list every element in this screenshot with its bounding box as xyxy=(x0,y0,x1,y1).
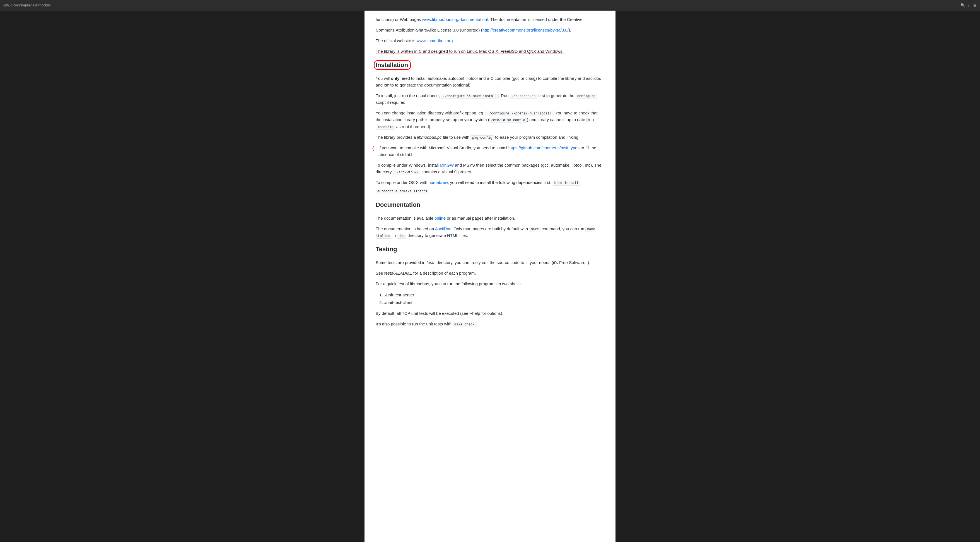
search-icon[interactable]: 🔍 xyxy=(961,3,965,8)
url-display: github.com/stephane/libmodbus xyxy=(3,3,51,7)
star-icon[interactable]: ☆ xyxy=(967,3,971,8)
asciidoc-link[interactable]: AsciiDoc xyxy=(435,226,451,231)
install-p7-code2: autoconf automake libtool . xyxy=(375,188,605,194)
test-programs-list: ./unit-test-server ./unit-test-client xyxy=(384,291,605,306)
content-area: functions) or Web pages www.libmodbus.or… xyxy=(375,16,605,327)
testing-p3: For a quick test of libmodbus, you can r… xyxy=(375,281,605,287)
install-p5: 〈 If you want to compile with Microsoft … xyxy=(375,145,605,158)
list-item: ./unit-test-client xyxy=(384,299,605,306)
cc-license-link[interactable]: http://creativecommons.org/licenses/by-s… xyxy=(482,28,569,32)
doc-p2: The documentation is based on AsciiDoc. … xyxy=(375,225,605,239)
doc-p1: The documentation is available online or… xyxy=(375,215,605,222)
mingw-link[interactable]: MinGW xyxy=(440,163,454,167)
install-p3: You can change installation directory wi… xyxy=(375,110,605,130)
extensions-icon[interactable]: ⊞ xyxy=(973,3,977,8)
testing-p5: It's also possible to run the unit tests… xyxy=(375,321,605,327)
libmodbus-pc-italic: libmodbus.pc xyxy=(417,135,441,140)
intro-p1: functions) or Web pages www.libmodbus.or… xyxy=(375,16,605,23)
documentation-heading: Documentation xyxy=(375,201,605,211)
configure-code: configure xyxy=(576,94,597,99)
testing-heading: Testing xyxy=(375,245,605,255)
install-p1: You will only need to install automake, … xyxy=(375,75,605,88)
ldso-code: /etc/ld.so.conf.d xyxy=(490,118,527,123)
official-site-link[interactable]: www.libmodbus.org xyxy=(416,38,453,43)
intro-library: The library is written in C and designed… xyxy=(375,48,605,55)
make-code: make xyxy=(529,227,541,232)
install-p2: To install, just run the usual dance, ./… xyxy=(375,92,605,106)
autogen-code: ./autogen.sh xyxy=(510,94,537,99)
intro-official: The official website is www.libmodbus.or… xyxy=(375,37,605,44)
autoconf-automake-code: autoconf automake libtool xyxy=(375,189,429,194)
tests-dir-italic: tests xyxy=(427,260,436,265)
install-p6: To compile under Windows, install MinGW … xyxy=(375,162,605,175)
browser-chrome: github.com/stephane/libmodbus 🔍 ☆ ⊞ xyxy=(0,0,980,11)
msintypes-link[interactable]: https://github.com/chemeris/msintypes xyxy=(508,145,579,150)
pkg-config-code: pkg-config xyxy=(471,136,494,140)
doc-dir-code: doc xyxy=(397,234,406,239)
intro-p2: Commons Attribution-ShareAlike License 3… xyxy=(375,27,605,33)
prefix-code: ./configure --prefix=/usr/local/ xyxy=(485,111,553,116)
make-check-code: make check xyxy=(453,322,476,327)
testing-p2: See tests/README for a description of ea… xyxy=(375,270,605,277)
ldconfig-code: ldconfig xyxy=(375,125,395,130)
configure-make-code: ./configure && make install xyxy=(441,94,498,99)
page-content: functions) or Web pages www.libmodbus.or… xyxy=(364,11,616,542)
browser-icons: 🔍 ☆ ⊞ xyxy=(961,3,977,8)
homebrew-link[interactable]: homebrew xyxy=(428,180,448,185)
install-p7: To compile under OS X with homebrew, you… xyxy=(375,179,605,186)
list-item: ./unit-test-server xyxy=(384,291,605,299)
install-p4: The library provides a libmodbus.pc file… xyxy=(375,134,605,141)
installation-heading: Installation xyxy=(375,61,605,71)
brew-install-code: brew install xyxy=(553,180,580,186)
testing-p1: Some tests are provided in tests directo… xyxy=(375,259,605,266)
readme-italic: tests/README xyxy=(384,271,412,276)
testing-p4: By default, all TCP unit tests will be e… xyxy=(375,310,605,317)
online-doc-link[interactable]: online xyxy=(434,216,445,220)
win32-code: ./src/win32/ xyxy=(393,170,420,175)
installation-heading-text: Installation xyxy=(375,61,408,69)
libmodbus-doc-link[interactable]: www.libmodbus.org/documentation/ xyxy=(422,17,488,22)
